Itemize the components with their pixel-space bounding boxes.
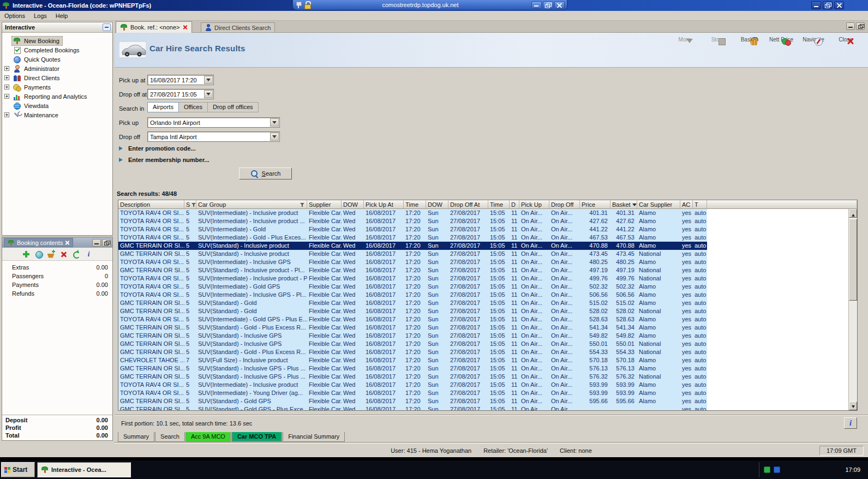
booking-contents-row[interactable]: Refunds 0.00: [2, 289, 112, 298]
column-pickup-at[interactable]: Pick Up At: [364, 200, 404, 209]
expand-plus-icon[interactable]: [4, 75, 9, 80]
pin-icon[interactable]: [295, 1, 302, 9]
result-row[interactable]: GMC TERRAIN OR SI... 5 SUV(Standard) - G…: [118, 405, 707, 410]
tree-item[interactable]: Maintenance: [2, 110, 112, 119]
booking-contents-row[interactable]: Passengers 0: [2, 272, 112, 280]
menu-item[interactable]: Help: [51, 11, 73, 20]
dropdown-arrow-icon[interactable]: [204, 76, 213, 84]
tab-close-icon[interactable]: [183, 25, 188, 30]
column-price[interactable]: Price: [580, 200, 610, 209]
scroll-up-icon[interactable]: [849, 209, 857, 218]
result-row[interactable]: GMC TERRAIN OR SI... 5 SUV(Standard) - I…: [118, 250, 707, 258]
result-row[interactable]: CHEVROLET TAHOE ... 7 SUV(Full Size) - I…: [118, 356, 707, 364]
info-button[interactable]: [844, 417, 857, 429]
add-icon[interactable]: [22, 250, 31, 259]
column-ac[interactable]: AC: [680, 200, 693, 209]
rdp-restore-button[interactable]: [543, 1, 553, 9]
tree-item[interactable]: Reporting and Analytics: [2, 92, 112, 101]
rdp-close-button[interactable]: [554, 1, 565, 9]
search-in-option[interactable]: Drop off offices: [208, 102, 259, 112]
menu-item[interactable]: Logs: [29, 11, 51, 20]
promotion-code-expander[interactable]: Enter promotion code...: [119, 145, 195, 152]
result-row[interactable]: TOYOTA RAV4 OR SI... 5 SUV(Intermediate)…: [118, 274, 707, 283]
column-dropoff-at[interactable]: Drop Off At: [448, 200, 488, 209]
menu-item[interactable]: Options: [0, 11, 29, 20]
column-description[interactable]: Description: [118, 200, 184, 209]
tree-item[interactable]: Direct Clients: [2, 73, 112, 82]
close-icon[interactable]: [65, 240, 70, 245]
result-row[interactable]: TOYOTA RAV4 OR SI... 5 SUV(Intermediate)…: [118, 209, 707, 217]
result-row[interactable]: TOYOTA RAV4 OR SI... 5 SUV(Intermediate)…: [118, 315, 707, 324]
result-row[interactable]: GMC TERRAIN OR SI... 5 SUV(Standard) - G…: [118, 348, 707, 356]
tree-item[interactable]: Quick Quotes: [2, 55, 112, 64]
add-basket-icon[interactable]: [47, 250, 56, 259]
basket-button[interactable]: Basket: [737, 37, 762, 43]
tab-direct-clients-search[interactable]: Direct Clients Search: [201, 22, 275, 33]
tree-item[interactable]: Administrator: [2, 64, 112, 73]
expand-plus-icon[interactable]: [4, 94, 9, 99]
filter-icon[interactable]: [191, 202, 196, 207]
vertical-scrollbar[interactable]: [848, 209, 857, 410]
result-row[interactable]: GMC TERRAIN OR SI... 5 SUV(Standard) - I…: [118, 340, 707, 348]
rdp-minimize-button[interactable]: [531, 1, 542, 9]
column-supplier[interactable]: Supplier: [307, 200, 342, 209]
result-row[interactable]: GMC TERRAIN OR SI... 5 SUV(Standard) - I…: [118, 332, 707, 340]
refresh-icon[interactable]: [72, 250, 81, 259]
column-pickup-time[interactable]: Time: [404, 200, 426, 209]
dropoff-at-field[interactable]: 27/08/2017 15:05: [147, 89, 214, 99]
tree-item[interactable]: Viewdata: [2, 101, 112, 110]
column-dropoff-office[interactable]: Drop Off: [549, 200, 580, 209]
result-row[interactable]: GMC TERRAIN OR SI... 5 SUV(Standard) - I…: [118, 364, 707, 373]
result-row[interactable]: GMC TERRAIN OR SI... 5 SUV(Standard) - G…: [118, 299, 707, 307]
mdi-minimize-button[interactable]: [846, 22, 855, 30]
panel-collapse-button[interactable]: [103, 23, 111, 31]
bottom-tab[interactable]: Search: [155, 432, 185, 442]
result-row[interactable]: GMC TERRAIN OR SI... 5 SUV(Standard) - I…: [118, 266, 707, 274]
bottom-tab[interactable]: Financial Summary: [283, 432, 345, 442]
mdi-restore-button[interactable]: [856, 22, 865, 30]
column-pickup-office[interactable]: Pick Up: [519, 200, 549, 209]
expand-plus-icon[interactable]: [4, 66, 9, 71]
scrollbar-thumb[interactable]: [849, 219, 857, 301]
result-row[interactable]: GMC TERRAIN OR SI... 5 SUV(Standard) - I…: [118, 242, 707, 250]
tray-icon-1[interactable]: [764, 466, 770, 473]
bottom-tab[interactable]: Car MCO TPA: [231, 432, 282, 442]
column-basket[interactable]: Basket: [610, 200, 637, 209]
search-in-option[interactable]: Offices: [179, 102, 208, 112]
membership-number-expander[interactable]: Enter membership number...: [119, 157, 209, 163]
tree-item[interactable]: Completed Bookings: [2, 45, 112, 55]
result-row[interactable]: TOYOTA RAV4 OR SI... 5 SUV(Intermediate)…: [118, 225, 707, 233]
panel-restore-button[interactable]: [102, 239, 111, 247]
column-car-supplier[interactable]: Car Supplier: [637, 200, 680, 209]
info-icon[interactable]: [85, 250, 93, 259]
column-dow-pickup[interactable]: DOW: [342, 200, 364, 209]
nett-price-button[interactable]: Nett Price: [769, 37, 794, 43]
scroll-down-icon[interactable]: [849, 402, 857, 410]
result-row[interactable]: TOYOTA RAV4 OR SI... 5 SUV(Intermediate)…: [118, 233, 707, 242]
column-car-group[interactable]: Car Group: [196, 200, 307, 209]
expand-plus-icon[interactable]: [4, 112, 9, 117]
result-row[interactable]: TOYOTA RAV4 OR SI... 5 SUV(Intermediate)…: [118, 291, 707, 299]
column-days[interactable]: D: [510, 200, 519, 209]
result-row[interactable]: TOYOTA RAV4 OR SI... 5 SUV(Intermediate)…: [118, 258, 707, 266]
panel-minimize-button[interactable]: [92, 239, 101, 247]
tree-item[interactable]: Payments: [2, 82, 112, 92]
result-row[interactable]: GMC TERRAIN OR SI... 5 SUV(Standard) - I…: [118, 373, 707, 381]
taskbar-app-button[interactable]: Interactive - Ocea...: [37, 462, 131, 477]
view-icon[interactable]: [34, 250, 43, 259]
tab-booking-ref[interactable]: Book. ref.: <none>: [116, 21, 192, 33]
result-row[interactable]: TOYOTA RAV4 OR SI... 5 SUV(Intermediate)…: [118, 381, 707, 389]
result-row[interactable]: TOYOTA RAV4 OR SI... 5 SUV(Intermediate)…: [118, 283, 707, 291]
column-dow-dropoff[interactable]: DOW: [426, 200, 448, 209]
dropoff-combo[interactable]: Tampa Intl Airport: [147, 131, 280, 142]
dropdown-arrow-icon[interactable]: [270, 133, 279, 141]
result-row[interactable]: GMC TERRAIN OR SI... 5 SUV(Standard) - G…: [118, 307, 707, 315]
column-dropoff-time[interactable]: Time: [488, 200, 510, 209]
start-button[interactable]: Start: [1, 462, 35, 477]
tray-icon-2[interactable]: [774, 466, 780, 473]
navigate-button[interactable]: Navigate: [801, 37, 826, 43]
pickup-combo[interactable]: Orlando Intl Airport: [147, 117, 280, 128]
booking-contents-row[interactable]: Payments 0.00: [2, 280, 112, 289]
minimize-button[interactable]: [811, 1, 821, 9]
close-button[interactable]: [834, 1, 844, 9]
